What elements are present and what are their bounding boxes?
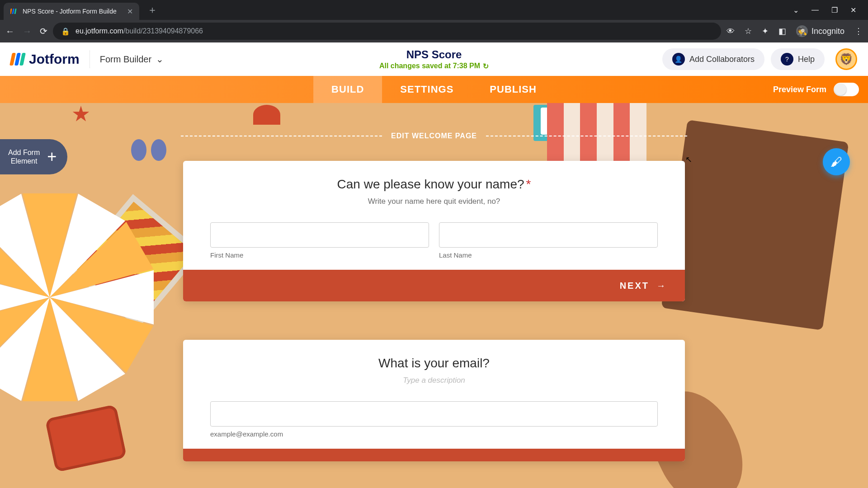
- save-status: All changes saved at 7:38 PM ↻: [379, 62, 489, 70]
- user-icon: 👤: [672, 53, 685, 66]
- question-title[interactable]: Can we please know your name?*: [210, 177, 658, 192]
- kebab-menu-icon[interactable]: ⋮: [854, 26, 863, 36]
- question-description[interactable]: Write your name here quit evident, no?: [210, 197, 658, 206]
- question-description-placeholder[interactable]: Type a description: [210, 376, 658, 385]
- form-builder-dropdown[interactable]: Form Builder ⌄: [100, 54, 164, 65]
- incognito-badge[interactable]: 🕵 Incognito: [796, 25, 844, 37]
- last-name-input[interactable]: [439, 222, 658, 248]
- refresh-icon: ↻: [483, 62, 489, 70]
- next-button[interactable]: NEXT →: [620, 281, 667, 291]
- close-window-icon[interactable]: ✕: [850, 6, 856, 14]
- tab-settings[interactable]: SETTINGS: [382, 76, 472, 103]
- question-title[interactable]: What is your email?: [210, 356, 658, 371]
- svg-rect-2: [14, 9, 17, 14]
- jotform-favicon-icon: [10, 7, 18, 15]
- lock-icon: 🔒: [61, 27, 70, 36]
- minimize-window-icon[interactable]: ―: [811, 6, 819, 14]
- collab-label: Add Collaborators: [689, 55, 755, 64]
- email-hint-label: example@example.com: [210, 430, 658, 438]
- divider-line: [486, 136, 687, 136]
- chevron-down-icon: ⌄: [156, 54, 164, 65]
- incognito-icon: 🕵: [796, 25, 808, 37]
- jotform-logo-icon: [11, 53, 24, 66]
- new-tab-button[interactable]: ＋: [147, 3, 157, 17]
- incognito-label: Incognito: [811, 27, 844, 36]
- tab-publish[interactable]: PUBLISH: [472, 76, 555, 103]
- first-name-input[interactable]: [210, 222, 429, 248]
- help-icon: ?: [781, 53, 793, 66]
- maximize-window-icon[interactable]: ❐: [831, 6, 838, 14]
- chevron-down-icon[interactable]: ⌄: [793, 6, 799, 14]
- page-title[interactable]: NPS Score: [379, 48, 489, 61]
- required-asterisk: *: [526, 177, 531, 191]
- svg-rect-0: [10, 9, 12, 14]
- eye-off-icon[interactable]: 👁: [726, 27, 735, 36]
- help-label: Help: [798, 55, 815, 64]
- bookmark-star-icon[interactable]: ☆: [745, 26, 752, 36]
- close-tab-icon[interactable]: ✕: [127, 7, 133, 16]
- last-name-label: Last Name: [439, 251, 658, 259]
- form-designer-button[interactable]: 🖌: [823, 148, 850, 175]
- url-host: eu.jotform.com: [75, 27, 123, 35]
- first-name-label: First Name: [210, 251, 429, 259]
- tab-build[interactable]: BUILD: [313, 76, 382, 103]
- email-input[interactable]: [210, 401, 658, 427]
- tab-title: NPS Score - Jotform Form Builde: [23, 8, 123, 15]
- address-bar[interactable]: 🔒 eu.jotform.com/build/231394094879066: [53, 23, 721, 40]
- avatar[interactable]: 🦁: [835, 48, 857, 70]
- plus-icon: +: [47, 147, 57, 166]
- jotform-logo[interactable]: Jotform: [11, 52, 80, 67]
- next-label: NEXT: [620, 281, 649, 291]
- header-divider: [90, 50, 90, 68]
- arrow-right-icon: →: [656, 281, 667, 291]
- add-form-element-button[interactable]: Add Form Element +: [0, 139, 67, 174]
- form-card-email[interactable]: What is your email? Type a description e…: [183, 340, 685, 461]
- url-path: /build/231394094879066: [123, 27, 203, 35]
- add-collaborators-button[interactable]: 👤 Add Collaborators: [662, 48, 764, 70]
- back-icon[interactable]: ←: [5, 26, 14, 37]
- preview-toggle[interactable]: [834, 83, 859, 96]
- forward-icon: →: [23, 26, 32, 37]
- svg-rect-1: [12, 9, 14, 14]
- form-builder-label: Form Builder: [100, 54, 151, 65]
- browser-tab[interactable]: NPS Score - Jotform Form Builde ✕: [4, 3, 139, 20]
- paint-roller-icon: 🖌: [830, 155, 842, 169]
- extensions-icon[interactable]: ✦: [762, 26, 769, 36]
- preview-form-label: Preview Form: [773, 85, 826, 94]
- form-card-name[interactable]: Can we please know your name?* Write you…: [183, 161, 685, 301]
- brand-name: Jotform: [29, 52, 80, 67]
- reload-icon[interactable]: ⟳: [40, 26, 47, 37]
- help-button[interactable]: ? Help: [771, 48, 825, 70]
- side-panel-icon[interactable]: ◧: [778, 26, 786, 36]
- edit-welcome-page-button[interactable]: EDIT WELCOME PAGE: [391, 132, 477, 140]
- divider-line: [181, 136, 382, 136]
- add-element-label: Add Form Element: [8, 148, 40, 165]
- mouse-cursor-icon: ↖: [685, 155, 692, 164]
